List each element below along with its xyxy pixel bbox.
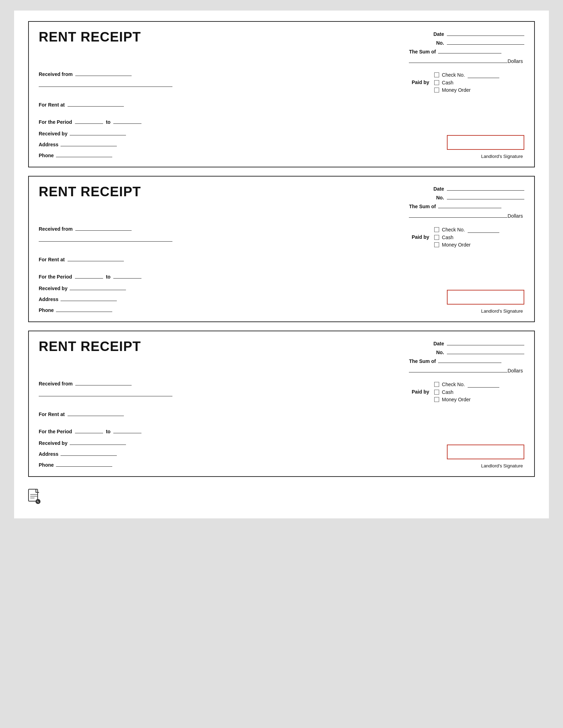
- date-underline-1[interactable]: [447, 30, 524, 36]
- period-to-underline-2[interactable]: [113, 272, 141, 279]
- receipt-2-full-underline-row: [39, 235, 405, 242]
- receipt-3-body: Received from For Rent at For the Period…: [39, 379, 524, 468]
- received-from-underline-2[interactable]: [75, 224, 132, 231]
- receipt-1-full-underline-row: [39, 81, 405, 87]
- receipt-1-check-no-row: Check No.: [434, 72, 499, 78]
- to-label-2: to: [106, 274, 110, 280]
- spacer-1: [39, 92, 405, 97]
- period-from-underline-2[interactable]: [75, 272, 103, 279]
- received-by-underline-1[interactable]: [70, 129, 126, 135]
- receipt-2-money-order-row: Money Order: [434, 242, 499, 248]
- received-by-underline-3[interactable]: [70, 439, 126, 445]
- receipt-2-top-right: Date No. The Sum of Dollars: [409, 184, 524, 221]
- spacer-4: [39, 267, 405, 269]
- dollars-underline-3[interactable]: [409, 366, 507, 372]
- date-label-3: Date: [434, 341, 444, 346]
- receipt-3-left: Received from For Rent at For the Period…: [39, 379, 405, 468]
- check-no-checkbox-1[interactable]: [434, 72, 439, 77]
- check-no-underline-2[interactable]: [468, 226, 499, 233]
- receipt-2-signature-box[interactable]: [447, 290, 524, 305]
- dollars-label-1: Dollars: [507, 58, 524, 64]
- no-label-2: No.: [436, 195, 444, 200]
- sum-underline-3[interactable]: [438, 357, 501, 363]
- for-rent-underline-2[interactable]: [68, 255, 124, 261]
- receipt-3-landlord-sig-label: Landlord's Signature: [481, 463, 524, 468]
- received-from-label-2: Received from: [39, 226, 72, 232]
- received-by-underline-2[interactable]: [70, 284, 126, 290]
- sum-underline-1[interactable]: [438, 47, 501, 53]
- received-from-label-1: Received from: [39, 71, 72, 77]
- receipt-3-paid-by-row: Paid by Check No. Cash: [412, 381, 524, 402]
- receipt-1-received-from-row: Received from: [39, 70, 405, 77]
- for-rent-label-2: For Rent at: [39, 257, 65, 262]
- dollars-underline-2[interactable]: [409, 211, 507, 218]
- date-underline-3[interactable]: [447, 339, 524, 345]
- spacer-5: [39, 402, 405, 407]
- for-rent-underline-1[interactable]: [68, 100, 124, 107]
- receipt-1-date-no-section: Date No. The Sum of Dollars: [409, 30, 524, 64]
- period-label-3: For the Period: [39, 429, 72, 434]
- receipt-3-top-right: Date No. The Sum of Dollars: [409, 339, 524, 376]
- no-label-3: No.: [436, 350, 444, 355]
- received-from-label-3: Received from: [39, 381, 72, 387]
- phone-label-1: Phone: [39, 153, 54, 158]
- full-underline-2[interactable]: [39, 235, 172, 242]
- address-underline-2[interactable]: [61, 295, 117, 301]
- phone-underline-1[interactable]: [56, 151, 112, 157]
- receipt-1-signature-box[interactable]: [447, 135, 524, 150]
- receipt-1-body: Received from For Rent at For the Period…: [39, 70, 524, 159]
- receipt-2-check-no-row: Check No.: [434, 226, 499, 233]
- period-to-underline-1[interactable]: [113, 117, 141, 124]
- period-from-underline-1[interactable]: [75, 117, 103, 124]
- received-from-underline-1[interactable]: [75, 70, 132, 76]
- money-order-checkbox-1[interactable]: [434, 88, 439, 92]
- receipt-3-for-rent-row: For Rent at: [39, 410, 405, 417]
- dollars-underline-1[interactable]: [409, 57, 507, 63]
- check-no-checkbox-3[interactable]: [434, 382, 439, 387]
- period-to-underline-3[interactable]: [113, 427, 141, 433]
- no-underline-3[interactable]: [447, 348, 524, 354]
- check-no-underline-1[interactable]: [468, 72, 499, 78]
- receipt-2-paid-by-section: Paid by Check No. Cash: [412, 226, 524, 248]
- cash-checkbox-2[interactable]: [434, 235, 439, 240]
- receipt-1-date-row: Date: [409, 30, 524, 37]
- check-no-checkbox-2[interactable]: [434, 227, 439, 232]
- for-rent-underline-3[interactable]: [68, 410, 124, 416]
- date-underline-2[interactable]: [447, 184, 524, 191]
- address-label-3: Address: [39, 451, 58, 457]
- money-order-checkbox-2[interactable]: [434, 242, 439, 247]
- receipt-1-sum-row: The Sum of: [409, 47, 524, 55]
- receipt-3-right: Paid by Check No. Cash: [405, 379, 524, 468]
- phone-underline-2[interactable]: [56, 306, 112, 312]
- receipt-3-signature-box[interactable]: [447, 445, 524, 459]
- check-no-label-1: Check No.: [442, 72, 465, 78]
- address-underline-3[interactable]: [61, 449, 117, 456]
- receipt-2-dollars-row: Dollars: [409, 211, 524, 219]
- no-label-1: No.: [436, 40, 444, 46]
- sum-underline-2[interactable]: [438, 202, 501, 208]
- receipt-3-no-row: No.: [409, 348, 524, 355]
- received-from-underline-3[interactable]: [75, 379, 132, 385]
- no-underline-2[interactable]: [447, 193, 524, 199]
- receipt-1-phone-row: Phone: [39, 151, 405, 158]
- paid-by-label-3: Paid by: [412, 389, 429, 395]
- cash-label-1: Cash: [442, 80, 454, 85]
- period-label-2: For the Period: [39, 274, 72, 280]
- period-from-underline-3[interactable]: [75, 427, 103, 433]
- full-underline-3[interactable]: [39, 390, 172, 396]
- full-underline-1[interactable]: [39, 81, 172, 87]
- cash-checkbox-3[interactable]: [434, 390, 439, 395]
- date-label-2: Date: [434, 186, 444, 192]
- phone-underline-3[interactable]: [56, 460, 112, 467]
- receipt-1-dollars-row: Dollars: [409, 56, 524, 64]
- money-order-label-2: Money Order: [442, 242, 471, 248]
- receipt-1-no-row: No.: [409, 38, 524, 46]
- received-by-label-1: Received by: [39, 131, 68, 136]
- receipt-2-received-from-row: Received from: [39, 224, 405, 232]
- dollars-label-2: Dollars: [507, 213, 524, 219]
- check-no-underline-3[interactable]: [468, 381, 499, 388]
- no-underline-1[interactable]: [447, 38, 524, 45]
- money-order-checkbox-3[interactable]: [434, 397, 439, 402]
- address-underline-1[interactable]: [61, 140, 117, 146]
- cash-checkbox-1[interactable]: [434, 80, 439, 85]
